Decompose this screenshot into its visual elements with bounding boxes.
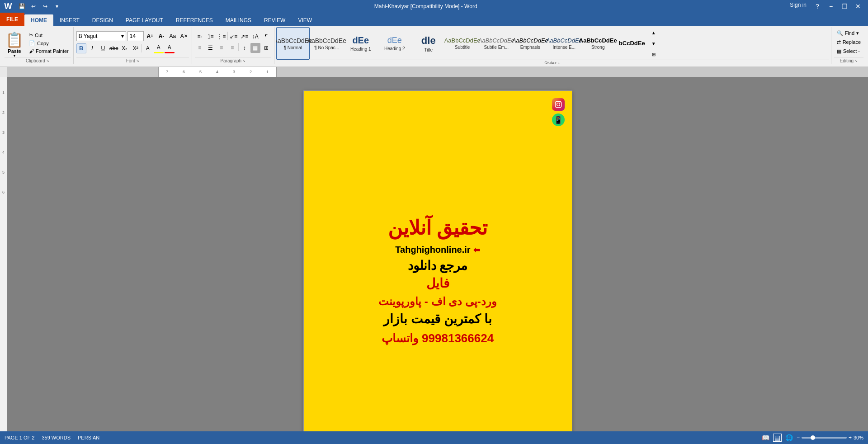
copy-button[interactable]: 📄 Copy bbox=[27, 39, 71, 47]
zoom-in-btn[interactable]: + bbox=[849, 435, 852, 441]
zoom-thumb bbox=[811, 435, 815, 440]
text-effect-btn[interactable]: A bbox=[143, 43, 153, 53]
tab-view[interactable]: VIEW bbox=[292, 14, 318, 26]
page1-line2: فایل bbox=[426, 275, 449, 292]
select-button[interactable]: ▦ Select - bbox=[834, 47, 863, 55]
cut-button[interactable]: ✂ Cut bbox=[27, 31, 71, 39]
style-heading2[interactable]: dEe Heading 2 bbox=[378, 27, 411, 60]
subscript-btn[interactable]: X₂ bbox=[120, 43, 130, 53]
editing-group-label[interactable]: Editing ↘ bbox=[834, 57, 863, 64]
style-subtitle[interactable]: AaBbCcDdEe Subtitle bbox=[446, 27, 479, 60]
minimize-btn[interactable]: − bbox=[825, 2, 837, 11]
borders-btn[interactable]: ⊞ bbox=[261, 43, 271, 53]
redo-icon[interactable]: ↪ bbox=[41, 2, 50, 11]
style-no-spacing[interactable]: AaBbCcDdEe ¶ No Spac... bbox=[310, 27, 344, 60]
style-intense-e[interactable]: AaBbCcDdEe Intense E... bbox=[547, 27, 581, 60]
align-right-btn[interactable]: ≡ bbox=[217, 43, 226, 53]
increase-indent-btn[interactable]: ↗≡ bbox=[240, 32, 250, 42]
tab-insert[interactable]: INSERT bbox=[53, 14, 86, 26]
sort-btn[interactable]: ↕A bbox=[250, 32, 260, 42]
styles-scroll-up[interactable]: ▲ bbox=[650, 28, 657, 38]
vertical-ruler[interactable]: 123456 bbox=[0, 77, 7, 431]
tab-pagelayout[interactable]: PAGE LAYOUT bbox=[119, 14, 170, 26]
style-normal[interactable]: AaBbCcDdEe ¶ Normal bbox=[276, 27, 310, 60]
language-indicator[interactable]: PERSIAN bbox=[78, 435, 99, 440]
replace-button[interactable]: ⇄ Replace bbox=[834, 38, 863, 46]
save-quick-icon[interactable]: 💾 bbox=[17, 2, 26, 11]
find-icon: 🔍 bbox=[837, 30, 843, 36]
decrease-indent-btn[interactable]: ↙≡ bbox=[229, 32, 239, 42]
restore-btn[interactable]: ❐ bbox=[838, 2, 851, 11]
underline-btn[interactable]: U bbox=[98, 43, 108, 53]
justify-btn[interactable]: ≡ bbox=[227, 43, 237, 53]
tab-review[interactable]: REVIEW bbox=[258, 14, 292, 26]
style-emphasis-label: Emphasis bbox=[520, 45, 540, 50]
style-bccddee[interactable]: bCcDdEe bbox=[615, 27, 649, 60]
paragraph-content: ≡· 1≡ ⋮≡ ↙≡ ↗≡ ↕A ¶ ≡ ☰ ≡ ≡ ↕ ▦ ⊞ bbox=[195, 27, 271, 57]
style-title[interactable]: dle Title bbox=[412, 27, 445, 60]
paste-icon: 📋 bbox=[5, 31, 24, 48]
styles-group-label[interactable]: Styles ↘ bbox=[276, 60, 829, 64]
status-right: 📖 ▤ 🌐 − + 30% bbox=[762, 434, 863, 442]
style-heading1[interactable]: dEe Heading 1 bbox=[344, 27, 377, 60]
align-left-btn[interactable]: ≡ bbox=[195, 43, 205, 53]
document-canvas[interactable]: 📱 تحقیق آنلاین Tahghighonline.ir ⬅ مرجع … bbox=[7, 77, 868, 431]
font-size-selector[interactable]: 14 bbox=[127, 31, 144, 41]
font-group-label[interactable]: Font ↘ bbox=[76, 57, 189, 64]
paragraph-group-label[interactable]: Paragraph ↘ bbox=[195, 57, 271, 64]
help-btn[interactable]: ? bbox=[811, 2, 824, 11]
tab-mailings[interactable]: MAILINGS bbox=[219, 14, 258, 26]
read-mode-btn[interactable]: 📖 bbox=[762, 434, 769, 441]
style-emphasis-preview: AaBbCcDdEe bbox=[512, 37, 548, 44]
horizontal-ruler[interactable]: 7654321 bbox=[7, 67, 868, 77]
italic-btn[interactable]: I bbox=[87, 43, 97, 53]
zoom-out-btn[interactable]: − bbox=[797, 435, 800, 441]
font-name-selector[interactable]: B Yagut▾ bbox=[76, 31, 126, 41]
zoom-slider[interactable] bbox=[802, 437, 847, 439]
find-label: Find bbox=[845, 30, 854, 36]
font-color-btn[interactable]: A bbox=[165, 43, 175, 53]
undo-icon[interactable]: ↩ bbox=[29, 2, 38, 11]
style-strong[interactable]: AaBbCcDdEe Strong bbox=[581, 27, 615, 60]
styles-more[interactable]: ⊞ bbox=[650, 49, 657, 59]
customize-qa-icon[interactable]: ▾ bbox=[52, 2, 61, 11]
change-case-btn[interactable]: Aa bbox=[168, 31, 178, 41]
paste-button[interactable]: 📋 Paste ▾ bbox=[5, 29, 24, 57]
font-grow-btn[interactable]: A+ bbox=[145, 31, 155, 41]
find-button[interactable]: 🔍 Find ▾ bbox=[834, 29, 863, 37]
numbering-btn[interactable]: 1≡ bbox=[206, 32, 216, 42]
tab-home[interactable]: HOME bbox=[24, 14, 53, 26]
document-title: Mahi-Khaviyar [Compatibility Mode] - Wor… bbox=[61, 3, 790, 9]
page1-line4: با کمترین قیمت بازار bbox=[383, 311, 491, 327]
strikethrough-btn[interactable]: abc bbox=[109, 43, 119, 53]
sign-in-link[interactable]: Sign in bbox=[790, 2, 807, 11]
print-layout-btn[interactable]: ▤ bbox=[773, 434, 782, 442]
style-subtle-em[interactable]: AaBbCcDdEe Subtle Em... bbox=[480, 27, 513, 60]
ruler-corner[interactable] bbox=[0, 67, 7, 77]
cut-icon: ✂ bbox=[29, 32, 33, 38]
instagram-icon bbox=[552, 98, 565, 111]
tab-references[interactable]: REFERENCES bbox=[170, 14, 219, 26]
multilevel-btn[interactable]: ⋮≡ bbox=[217, 32, 226, 42]
bold-btn[interactable]: B bbox=[76, 43, 86, 53]
word-count: 359 WORDS bbox=[42, 435, 71, 440]
line-spacing-btn[interactable]: ↕ bbox=[240, 43, 250, 53]
close-btn[interactable]: ✕ bbox=[852, 2, 864, 11]
show-hide-btn[interactable]: ¶ bbox=[261, 32, 271, 42]
styles-scroll-down[interactable]: ▼ bbox=[650, 38, 657, 48]
clipboard-small-buttons: ✂ Cut 📄 Copy 🖌 Format Painter bbox=[27, 31, 71, 55]
superscript-btn[interactable]: X² bbox=[131, 43, 141, 53]
bullets-btn[interactable]: ≡· bbox=[195, 32, 205, 42]
clear-format-btn[interactable]: A✕ bbox=[179, 31, 189, 41]
web-layout-btn[interactable]: 🌐 bbox=[785, 434, 793, 441]
font-shrink-btn[interactable]: A- bbox=[156, 31, 166, 41]
format-painter-button[interactable]: 🖌 Format Painter bbox=[27, 47, 71, 55]
shading-btn[interactable]: ▦ bbox=[250, 43, 260, 53]
whatsapp-icon: 📱 bbox=[552, 113, 565, 126]
style-emphasis[interactable]: AaBbCcDdEe Emphasis bbox=[514, 27, 547, 60]
tab-design[interactable]: DESIGN bbox=[86, 14, 119, 26]
tab-file[interactable]: FILE bbox=[0, 13, 24, 26]
text-highlight-btn[interactable]: A bbox=[154, 43, 164, 53]
center-btn[interactable]: ☰ bbox=[206, 43, 216, 53]
clipboard-group-label[interactable]: Clipboard ↘ bbox=[5, 57, 71, 64]
